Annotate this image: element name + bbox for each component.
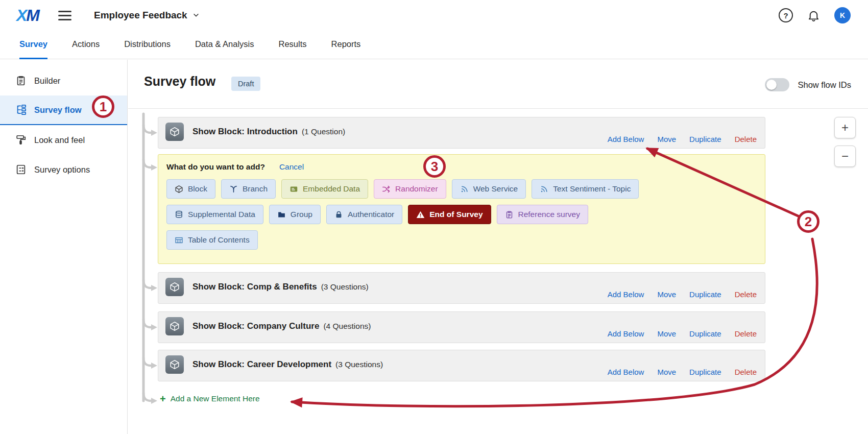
bell-icon[interactable]: [807, 9, 820, 22]
block-question-count: (4 Questions): [323, 322, 371, 331]
flow-block-card-company-culture: Show Block: Company Culture (4 Questions…: [158, 311, 765, 343]
block-title-text: Show Block: Career Development: [192, 359, 331, 370]
add-below-link[interactable]: Add Below: [608, 290, 644, 299]
show-flow-ids-label: Show flow IDs: [798, 80, 851, 90]
add-below-link[interactable]: Add Below: [608, 135, 644, 143]
shuffle-icon: [382, 185, 391, 194]
sidebar-item-look-and-feel[interactable]: Look and feel: [0, 125, 127, 155]
feed-icon: [460, 185, 469, 194]
add-option-branch[interactable]: Branch: [221, 179, 276, 199]
delete-link[interactable]: Delete: [735, 135, 757, 143]
add-option-label: Group: [291, 210, 312, 219]
add-below-link[interactable]: Add Below: [608, 329, 644, 338]
toggle-knob: [766, 80, 777, 90]
add-option-label: Block: [188, 184, 207, 194]
add-option-label: Reference survey: [518, 210, 580, 219]
add-element-panel: What do you want to add? Cancel Block Br…: [158, 154, 765, 264]
move-link[interactable]: Move: [657, 135, 676, 143]
add-option-label: Table of Contents: [188, 235, 250, 245]
duplicate-link[interactable]: Duplicate: [689, 329, 721, 338]
delete-link[interactable]: Delete: [735, 329, 757, 338]
add-option-text-sentiment-topic[interactable]: Text Sentiment - Topic: [532, 179, 639, 199]
cancel-link[interactable]: Cancel: [279, 162, 304, 172]
clipboard-icon: [15, 75, 27, 86]
duplicate-link[interactable]: Duplicate: [689, 290, 721, 299]
add-below-link[interactable]: Add Below: [608, 368, 644, 376]
move-link[interactable]: Move: [657, 368, 676, 376]
xm-logo: XM: [16, 6, 39, 25]
delete-link[interactable]: Delete: [735, 368, 757, 376]
add-option-randomizer[interactable]: Randomizer: [374, 179, 446, 199]
plus-icon: +: [160, 394, 166, 404]
branch-icon: [229, 185, 238, 194]
feed-icon: [540, 185, 548, 194]
add-option-embedded-data[interactable]: Embedded Data: [281, 179, 368, 199]
move-link[interactable]: Move: [657, 329, 676, 338]
add-option-group[interactable]: Group: [269, 205, 321, 224]
tab-data-analysis[interactable]: Data & Analysis: [195, 31, 254, 59]
delete-link[interactable]: Delete: [735, 290, 757, 299]
cube-icon: [175, 185, 183, 194]
block-title-text: Show Block: Company Culture: [192, 321, 319, 331]
sidebar-item-survey-options[interactable]: Survey options: [0, 155, 127, 184]
tab-distributions[interactable]: Distributions: [124, 31, 171, 59]
block-cube-icon: [165, 278, 184, 296]
add-option-web-service[interactable]: Web Service: [452, 179, 526, 199]
top-bar: XM Employee Feedback ? K: [0, 0, 868, 31]
block-heading: Show Block: Comp & Benefits (3 Questions…: [165, 278, 369, 296]
add-option-end-of-survey[interactable]: End of Survey: [408, 205, 491, 224]
block-cube-icon: [165, 317, 184, 335]
block-question-count: (3 Questions): [335, 360, 383, 369]
sidebar-item-label: Builder: [34, 76, 60, 86]
embedded-data-icon: [290, 185, 298, 194]
database-icon: [175, 210, 183, 219]
duplicate-link[interactable]: Duplicate: [689, 368, 721, 376]
flow-block-card-introduction: Show Block: Introduction (1 Question) Ad…: [158, 117, 765, 149]
block-question-count: (1 Question): [302, 127, 345, 136]
block-title: Show Block: Career Development (3 Questi…: [192, 359, 383, 370]
paint-roller-icon: [15, 134, 27, 146]
block-question-count: (3 Questions): [321, 282, 369, 292]
add-option-supplemental-data[interactable]: Supplemental Data: [166, 205, 263, 224]
move-link[interactable]: Move: [657, 290, 676, 299]
add-option-authenticator[interactable]: Authenticator: [326, 205, 402, 224]
block-title: Show Block: Comp & Benefits (3 Questions…: [192, 282, 369, 292]
add-option-label: Web Service: [473, 184, 518, 194]
sidebar-item-label: Survey flow: [34, 105, 82, 115]
hamburger-menu-icon[interactable]: [58, 11, 71, 20]
settings-doc-icon: [15, 164, 27, 175]
add-option-label: Randomizer: [395, 184, 438, 194]
block-heading: Show Block: Introduction (1 Question): [165, 123, 345, 141]
clipboard-icon: [505, 210, 514, 219]
chevron-down-icon: [192, 12, 200, 19]
block-title: Show Block: Company Culture (4 Questions…: [192, 321, 371, 331]
zoom-out-button[interactable]: −: [834, 146, 856, 167]
tab-actions[interactable]: Actions: [72, 31, 100, 59]
tab-reports[interactable]: Reports: [331, 31, 361, 59]
status-badge: Draft: [231, 77, 260, 91]
project-title-dropdown[interactable]: Employee Feedback: [94, 10, 200, 21]
sidebar-item-builder[interactable]: Builder: [0, 66, 127, 95]
topbar-actions: ? K: [779, 7, 851, 23]
add-option-block[interactable]: Block: [166, 179, 215, 199]
block-actions: Add Below Move Duplicate Delete: [608, 135, 757, 143]
main-content: Survey flow Draft Show flow IDs: [128, 60, 868, 434]
show-flow-ids-toggle[interactable]: [765, 78, 789, 91]
add-option-label: Supplemental Data: [188, 210, 255, 219]
add-option-table-of-contents[interactable]: Table of Contents: [166, 230, 258, 250]
duplicate-link[interactable]: Duplicate: [689, 135, 721, 143]
block-title-text: Show Block: Comp & Benefits: [192, 282, 317, 292]
table-icon: [175, 236, 183, 245]
tab-survey[interactable]: Survey: [19, 31, 47, 59]
help-icon[interactable]: ?: [779, 8, 793, 22]
tab-results[interactable]: Results: [279, 31, 307, 59]
add-option-reference-survey[interactable]: Reference survey: [497, 205, 588, 224]
sidebar-item-label: Look and feel: [34, 135, 85, 145]
add-new-element-link[interactable]: + Add a New Element Here: [160, 394, 260, 404]
lock-icon: [334, 210, 343, 219]
add-option-label: Text Sentiment - Topic: [553, 184, 631, 194]
block-title-text: Show Block: Introduction: [192, 127, 298, 137]
annotation-step-2: 2: [797, 210, 819, 233]
zoom-in-button[interactable]: +: [834, 117, 856, 138]
avatar[interactable]: K: [834, 7, 851, 23]
